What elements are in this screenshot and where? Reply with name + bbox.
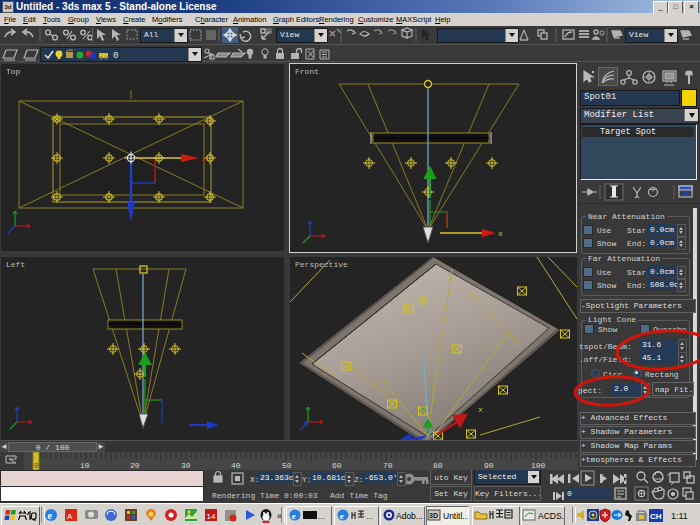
svg-text:x: x	[201, 154, 206, 163]
svg-text:40: 40	[231, 461, 241, 470]
svg-text:30: 30	[181, 461, 191, 470]
svg-text:60: 60	[332, 461, 342, 470]
svg-text:...: ...	[318, 512, 325, 521]
svg-text:e: e	[292, 511, 296, 521]
svg-text:3D: 3D	[429, 512, 438, 519]
svg-text:Add Time Tag: Add Time Tag	[330, 491, 388, 500]
svg-text:0: 0	[34, 461, 39, 470]
svg-text:x: x	[498, 229, 503, 238]
svg-text:100: 100	[531, 461, 546, 470]
svg-text:20: 20	[130, 461, 140, 470]
svg-text:1:11: 1:11	[671, 511, 688, 521]
svg-text:90: 90	[484, 461, 494, 470]
svg-text:14: 14	[207, 512, 216, 521]
svg-text:y: y	[421, 404, 426, 413]
svg-text:0: 0	[113, 51, 118, 60]
svg-text:e: e	[48, 510, 53, 521]
svg-text:...: ...	[366, 512, 373, 521]
svg-text:80: 80	[433, 461, 443, 470]
svg-text:70: 70	[383, 461, 393, 470]
svg-text:10: 10	[80, 461, 90, 470]
svg-text:Rendering Time 0:00:03: Rendering Time 0:00:03	[212, 491, 318, 500]
svg-text:CH: CH	[650, 512, 662, 521]
svg-text:A: A	[67, 512, 73, 521]
svg-text:x: x	[478, 405, 483, 414]
svg-text:e: e	[340, 511, 344, 521]
svg-text:50: 50	[282, 461, 292, 470]
